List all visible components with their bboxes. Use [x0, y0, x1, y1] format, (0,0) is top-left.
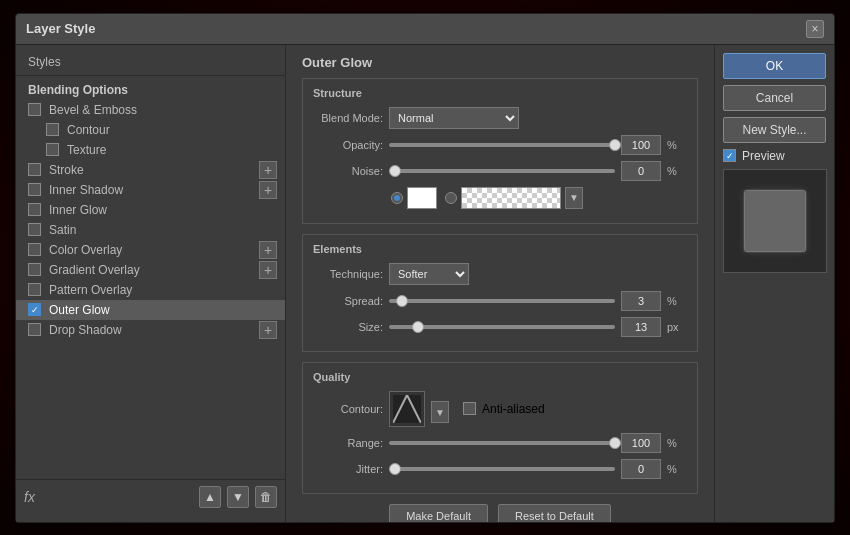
- range-thumb[interactable]: [609, 437, 621, 449]
- gradient-overlay-add-button[interactable]: +: [259, 261, 277, 279]
- gradient-option[interactable]: ▼: [445, 187, 583, 209]
- stroke-item[interactable]: Stroke +: [16, 160, 285, 180]
- spread-input[interactable]: [621, 291, 661, 311]
- technique-row: Technique: Softer Precise: [313, 263, 687, 285]
- noise-label: Noise:: [313, 165, 383, 177]
- spread-thumb[interactable]: [396, 295, 408, 307]
- noise-slider[interactable]: [389, 169, 615, 173]
- gradient-dropdown-button[interactable]: ▼: [565, 187, 583, 209]
- left-panel: Styles Blending Options Bevel & Emboss C…: [16, 45, 286, 522]
- jitter-unit: %: [667, 463, 687, 475]
- satin-checkbox[interactable]: [28, 223, 41, 236]
- noise-unit: %: [667, 165, 687, 177]
- quality-title: Quality: [313, 371, 687, 383]
- dialog-title: Layer Style: [26, 21, 95, 36]
- layer-style-dialog: Layer Style × Styles Blending Options Be…: [15, 13, 835, 523]
- anti-alias-label: Anti-aliased: [482, 402, 545, 416]
- noise-input[interactable]: [621, 161, 661, 181]
- range-slider[interactable]: [389, 441, 615, 445]
- anti-alias-checkbox[interactable]: [463, 402, 476, 415]
- color-row: ▼: [313, 187, 687, 209]
- gradient-overlay-checkbox[interactable]: [28, 263, 41, 276]
- cancel-button[interactable]: Cancel: [723, 85, 826, 111]
- pattern-overlay-label: Pattern Overlay: [49, 283, 132, 297]
- delete-button[interactable]: 🗑: [255, 486, 277, 508]
- make-default-button[interactable]: Make Default: [389, 504, 488, 522]
- size-input[interactable]: [621, 317, 661, 337]
- jitter-thumb[interactable]: [389, 463, 401, 475]
- opacity-input[interactable]: [621, 135, 661, 155]
- pattern-overlay-item[interactable]: Pattern Overlay: [16, 280, 285, 300]
- contour-label: Contour:: [313, 403, 383, 415]
- bevel-emboss-label: Bevel & Emboss: [49, 103, 137, 117]
- elements-title: Elements: [313, 243, 687, 255]
- bevel-emboss-checkbox[interactable]: [28, 103, 41, 116]
- inner-glow-checkbox[interactable]: [28, 203, 41, 216]
- bevel-emboss-item[interactable]: Bevel & Emboss: [16, 100, 285, 120]
- blend-mode-select[interactable]: Normal Dissolve Screen Multiply: [389, 107, 519, 129]
- reset-default-button[interactable]: Reset to Default: [498, 504, 611, 522]
- contour-item[interactable]: Contour: [16, 120, 285, 140]
- inner-shadow-item[interactable]: Inner Shadow +: [16, 180, 285, 200]
- outer-glow-checkbox[interactable]: [28, 303, 41, 316]
- size-thumb[interactable]: [412, 321, 424, 333]
- texture-item[interactable]: Texture: [16, 140, 285, 160]
- gradient-overlay-label: Gradient Overlay: [49, 263, 140, 277]
- satin-item[interactable]: Satin: [16, 220, 285, 240]
- pattern-overlay-checkbox[interactable]: [28, 283, 41, 296]
- spread-row: Spread: %: [313, 291, 687, 311]
- color-overlay-add-button[interactable]: +: [259, 241, 277, 259]
- svg-rect-0: [393, 395, 421, 423]
- move-down-button[interactable]: ▼: [227, 486, 249, 508]
- range-input[interactable]: [621, 433, 661, 453]
- contour-svg: [393, 395, 421, 423]
- opacity-thumb[interactable]: [609, 139, 621, 151]
- spread-slider[interactable]: [389, 299, 615, 303]
- jitter-slider[interactable]: [389, 467, 615, 471]
- inner-shadow-label: Inner Shadow: [49, 183, 123, 197]
- range-track: [389, 441, 615, 445]
- new-style-button[interactable]: New Style...: [723, 117, 826, 143]
- left-bottom-toolbar: fx ▲ ▼ 🗑: [16, 479, 285, 514]
- inner-shadow-add-button[interactable]: +: [259, 181, 277, 199]
- preview-checkbox[interactable]: ✓: [723, 149, 736, 162]
- stroke-add-button[interactable]: +: [259, 161, 277, 179]
- solid-color-option[interactable]: [391, 187, 437, 209]
- right-panel: OK Cancel New Style... ✓ Preview: [714, 45, 834, 522]
- color-swatch[interactable]: [407, 187, 437, 209]
- preview-square: [745, 191, 805, 251]
- inner-glow-item[interactable]: Inner Glow: [16, 200, 285, 220]
- ok-button[interactable]: OK: [723, 53, 826, 79]
- solid-radio[interactable]: [391, 192, 403, 204]
- technique-select[interactable]: Softer Precise: [389, 263, 469, 285]
- color-overlay-checkbox[interactable]: [28, 243, 41, 256]
- drop-shadow-checkbox[interactable]: [28, 323, 41, 336]
- gradient-overlay-item[interactable]: Gradient Overlay +: [16, 260, 285, 280]
- color-overlay-item[interactable]: Color Overlay +: [16, 240, 285, 260]
- noise-track: [389, 169, 615, 173]
- size-label: Size:: [313, 321, 383, 333]
- opacity-slider[interactable]: [389, 143, 615, 147]
- close-button[interactable]: ×: [806, 20, 824, 38]
- noise-thumb[interactable]: [389, 165, 401, 177]
- jitter-input[interactable]: [621, 459, 661, 479]
- blending-options-item[interactable]: Blending Options: [16, 80, 285, 100]
- technique-label: Technique:: [313, 268, 383, 280]
- stroke-checkbox[interactable]: [28, 163, 41, 176]
- inner-shadow-checkbox[interactable]: [28, 183, 41, 196]
- fx-label: fx: [24, 489, 35, 505]
- contour-thumbnail[interactable]: [389, 391, 425, 427]
- opacity-unit: %: [667, 139, 687, 151]
- drop-shadow-item[interactable]: Drop Shadow +: [16, 320, 285, 340]
- contour-checkbox[interactable]: [46, 123, 59, 136]
- outer-glow-item[interactable]: Outer Glow: [16, 300, 285, 320]
- move-up-button[interactable]: ▲: [199, 486, 221, 508]
- drop-shadow-add-button[interactable]: +: [259, 321, 277, 339]
- contour-dropdown-button[interactable]: ▼: [431, 401, 449, 423]
- texture-checkbox[interactable]: [46, 143, 59, 156]
- preview-canvas: [723, 169, 827, 273]
- gradient-swatch[interactable]: [461, 187, 561, 209]
- size-slider[interactable]: [389, 325, 615, 329]
- blend-mode-row: Blend Mode: Normal Dissolve Screen Multi…: [313, 107, 687, 129]
- gradient-radio[interactable]: [445, 192, 457, 204]
